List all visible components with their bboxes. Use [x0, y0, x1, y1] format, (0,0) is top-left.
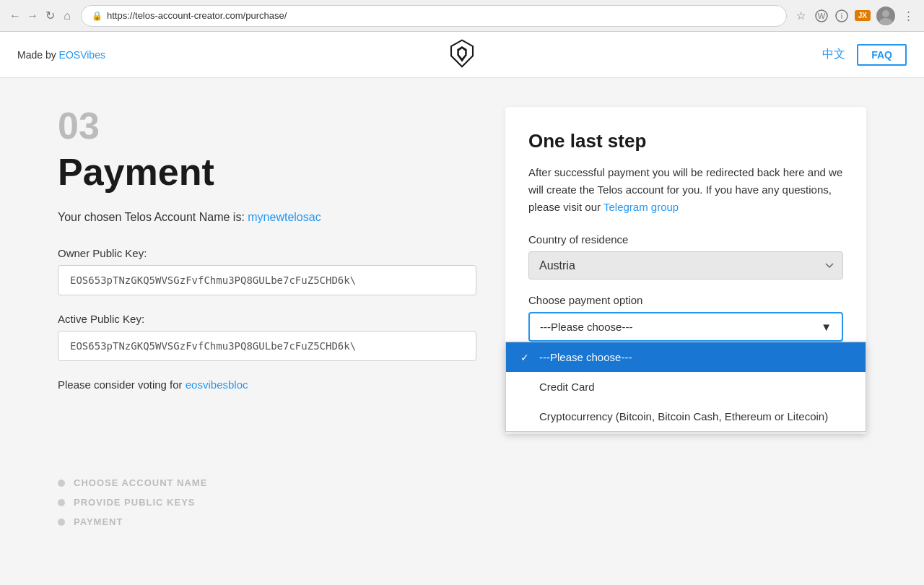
- owner-key-group: Owner Public Key:: [58, 247, 476, 295]
- dropdown-item-label: ---Please choose---: [539, 351, 632, 363]
- svg-text:i: i: [841, 12, 842, 20]
- step-label-2: PROVIDE PUBLIC KEYS: [74, 497, 196, 508]
- step-dot-2: [58, 499, 65, 506]
- account-name-prefix: Your chosen Telos Account Name is:: [58, 211, 248, 223]
- eosvibes-link[interactable]: EOSVibes: [59, 49, 105, 61]
- checkmark-icon: ✓: [520, 352, 532, 363]
- active-key-label: Active Public Key:: [58, 313, 476, 325]
- step-label-3: PAYMENT: [74, 516, 123, 527]
- step-item-2: PROVIDE PUBLIC KEYS: [58, 497, 866, 508]
- card-title: One last step: [528, 130, 843, 152]
- owner-key-input[interactable]: [58, 265, 476, 295]
- faq-button[interactable]: FAQ: [857, 44, 907, 66]
- step-dot-1: [58, 480, 65, 487]
- dropdown-item-please-choose[interactable]: ✓ ---Please choose---: [506, 342, 866, 372]
- main-content: 03 Payment Your chosen Telos Account Nam…: [0, 78, 924, 463]
- vote-prefix: Please consider voting for: [58, 378, 186, 391]
- svg-text:W: W: [818, 12, 826, 20]
- back-button[interactable]: ←: [9, 9, 22, 22]
- page-title: Payment: [58, 150, 476, 194]
- home-button[interactable]: ⌂: [61, 9, 74, 22]
- dropdown-item-crypto[interactable]: Cryptocurrency (Bitcoin, Bitcoin Cash, E…: [506, 402, 866, 431]
- step-item-1: CHOOSE ACCOUNT NAME: [58, 477, 866, 488]
- extensions-button[interactable]: W: [814, 9, 829, 23]
- account-name-line: Your chosen Telos Account Name is: mynew…: [58, 211, 476, 224]
- svg-point-4: [882, 10, 889, 17]
- payment-card: One last step After successful payment y…: [505, 107, 866, 434]
- dropdown-item-credit-card[interactable]: Credit Card: [506, 372, 866, 402]
- country-label: Country of residence: [528, 233, 843, 246]
- step-dot-3: [58, 519, 65, 526]
- card-description: After successful payment you will be red…: [528, 164, 843, 216]
- browser-actions: ☆ W i JX ⋮: [794, 6, 915, 25]
- left-panel: 03 Payment Your chosen Telos Account Nam…: [58, 107, 476, 434]
- reload-button[interactable]: ↻: [43, 9, 56, 22]
- jx-badge: JX: [855, 10, 871, 21]
- menu-button[interactable]: ⋮: [901, 9, 915, 23]
- forward-button[interactable]: →: [26, 9, 39, 22]
- vote-link[interactable]: eosvibesbloc: [186, 378, 248, 391]
- country-select[interactable]: Austria: [528, 251, 843, 280]
- step-item-3: PAYMENT: [58, 516, 866, 527]
- right-panel: One last step After successful payment y…: [505, 107, 866, 434]
- dropdown-item-label: Cryptocurrency (Bitcoin, Bitcoin Cash, E…: [539, 410, 828, 422]
- lock-icon: 🔒: [92, 11, 103, 21]
- step-number: 03: [58, 107, 476, 144]
- svg-point-5: [879, 18, 892, 25]
- dropdown-item-label: Credit Card: [539, 381, 595, 393]
- header-logo: [448, 39, 476, 70]
- active-key-group: Active Public Key:: [58, 313, 476, 361]
- nav-buttons: ← → ↻ ⌂: [9, 9, 74, 22]
- browser-chrome: ← → ↻ ⌂ 🔒 https://telos-account-creator.…: [0, 0, 924, 32]
- payment-dropdown-trigger[interactable]: ---Please choose--- ▼: [528, 312, 843, 342]
- dropdown-selected-label: ---Please choose---: [540, 321, 632, 333]
- owner-key-label: Owner Public Key:: [58, 247, 476, 259]
- active-key-input[interactable]: [58, 331, 476, 361]
- info-button[interactable]: i: [834, 9, 849, 23]
- bottom-steps: CHOOSE ACCOUNT NAME PROVIDE PUBLIC KEYS …: [0, 463, 924, 542]
- profile-avatar[interactable]: [876, 6, 895, 25]
- chevron-down-icon: ▼: [821, 321, 832, 333]
- card-desc-text: After successful payment you will be red…: [528, 166, 842, 213]
- header-right: 中文 FAQ: [822, 44, 907, 66]
- telegram-link[interactable]: Telegram group: [603, 201, 679, 213]
- bookmark-button[interactable]: ☆: [794, 9, 808, 23]
- account-name-link[interactable]: mynewtelosac: [248, 211, 321, 223]
- app-header: Made by EOSVibes 中文 FAQ: [0, 32, 924, 78]
- chinese-link[interactable]: 中文: [822, 47, 845, 62]
- step-label-1: CHOOSE ACCOUNT NAME: [74, 477, 207, 488]
- payment-dropdown-menu: ✓ ---Please choose--- Credit Card Crypto…: [505, 342, 866, 432]
- payment-dropdown-container: ---Please choose--- ▼ ✓ ---Please choose…: [528, 312, 843, 342]
- header-made-by: Made by EOSVibes: [17, 49, 105, 61]
- url-text: https://telos-account-creator.com/purcha…: [107, 10, 287, 21]
- payment-label: Choose payment option: [528, 294, 843, 306]
- address-bar[interactable]: 🔒 https://telos-account-creator.com/purc…: [81, 5, 787, 27]
- vote-line: Please consider voting for eosvibesbloc: [58, 378, 476, 391]
